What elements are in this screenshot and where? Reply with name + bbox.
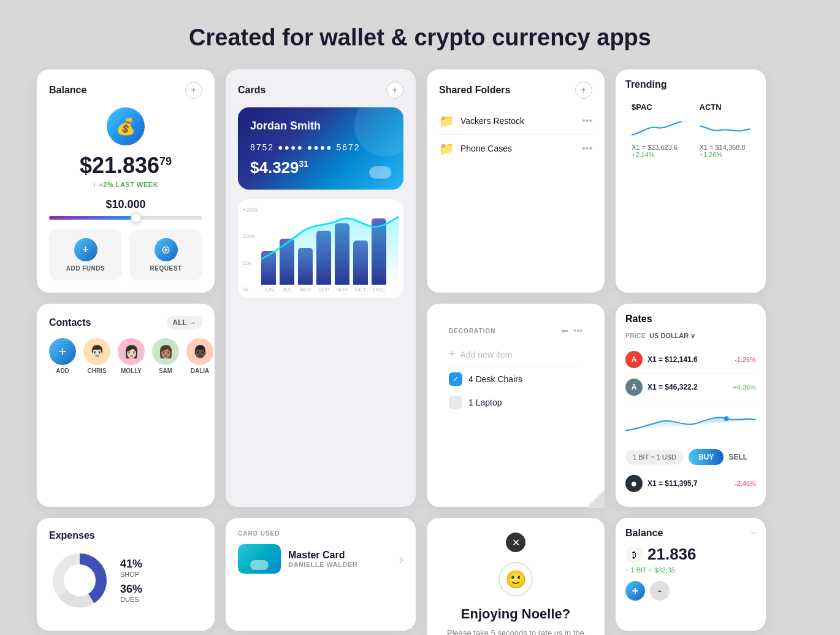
add-funds-icon: + (74, 238, 97, 261)
balance-add-button[interactable]: + (185, 82, 202, 99)
buy-sell-row: 1 BIT = 1 USD BUY SELL (625, 444, 756, 470)
contacts-row: + ADD 👨🏻 CHRIS 👩🏻 MOLLY 👩🏽 SAM 👨🏿 DALIA (49, 338, 202, 374)
btc-rate: ↑ 1 BIT = $32,35 (625, 566, 756, 574)
currency-select[interactable]: US DOLLAR ∨ (649, 332, 695, 340)
folders-title: Shared Folders (439, 85, 510, 96)
mastercard-visual (238, 544, 281, 574)
btc-icon: ₿ (625, 546, 643, 563)
balance-bottom-more-icon[interactable]: − (750, 528, 756, 539)
contacts-card: Contacts ALL → + ADD 👨🏻 CHRIS 👩🏻 MOLLY 👩… (37, 304, 215, 507)
balance-change: ↑ +2% LAST WEEK (49, 181, 202, 188)
add-contact-button[interactable]: + (49, 338, 76, 365)
bar-group-3: SEP (316, 231, 331, 293)
plus-minus-row: + - (625, 581, 756, 601)
credit-card: Jordan Smith 8752 ●●●● ●●●● 5672 $4.3293… (238, 107, 403, 190)
folder-icon-0: 📁 (439, 114, 454, 128)
shop-percent: 41% (120, 558, 142, 571)
folder-item-0[interactable]: 📁 Vackers Restock ••• (439, 107, 592, 135)
folder-dots-0[interactable]: ••• (582, 115, 592, 126)
minus-button[interactable]: - (650, 581, 670, 601)
bar-label-4: NOV (336, 287, 348, 293)
checkbox-1[interactable] (449, 396, 462, 409)
folders-card: Shared Folders + 📁 Vackers Restock ••• 📁… (427, 69, 605, 293)
decoration-back-icon[interactable]: ⬅ (561, 326, 568, 336)
bar-group-4: NOV (335, 223, 349, 293)
trending-card: Trending $PAC X1 = $23,623.6 +2.14% ACTN (616, 69, 766, 293)
decoration-header: DECORATION ⬅ ••• (449, 326, 582, 336)
card-info: Master Card DANIELLE WALDER (288, 550, 357, 568)
request-button[interactable]: ⊕ REQUEST (129, 229, 202, 280)
rate-value-2: X1 = $11,395,7 (647, 479, 735, 488)
trending-grid: $PAC X1 = $23,623.6 +2.14% ACTN X1 = $14… (625, 96, 756, 164)
card-used-row: Master Card DANIELLE WALDER › (238, 544, 403, 574)
contact-name-molly: MOLLY (121, 368, 142, 374)
contact-chris[interactable]: 👨🏻 CHRIS (83, 338, 110, 374)
dues-expense: 36% DUES (120, 583, 142, 603)
trend-item-0: $PAC X1 = $23,623.6 +2.14% (625, 96, 689, 164)
cards-header: Cards + (238, 82, 403, 99)
trend-chart-1 (700, 117, 750, 141)
check-item-0[interactable]: ✓ 4 Desk Chairs (449, 368, 582, 391)
card-used-label: CARD USED (238, 530, 403, 537)
decoration-label: DECORATION (449, 328, 495, 334)
contact-sam[interactable]: 👩🏽 SAM (152, 338, 179, 374)
contacts-title: Contacts (49, 317, 91, 328)
bar-label-3: SEP (318, 287, 329, 293)
checkbox-0[interactable]: ✓ (449, 372, 462, 386)
contact-add-label: ADD (56, 368, 69, 374)
trend-line-1 (700, 126, 750, 131)
card-type-name: Master Card (288, 550, 357, 561)
trending-title: Trending (625, 79, 756, 90)
contact-molly[interactable]: 👩🏻 MOLLY (118, 338, 145, 374)
rate-item-0: A X1 = $12,141.6 -1.26% (625, 346, 756, 374)
trend-price-0: X1 = $23,623.6 (632, 144, 682, 151)
request-icon: ⊕ (155, 238, 178, 261)
check-item-1[interactable]: 1 Laptop (449, 391, 582, 414)
page-title: Created for wallet & crypto currency app… (0, 0, 840, 69)
expenses-header: Expenses (49, 530, 202, 541)
sell-button[interactable]: SELL (728, 453, 747, 461)
card-used-info: Master Card DANIELLE WALDER (238, 544, 357, 574)
cards-title: Cards (238, 85, 265, 96)
contact-add[interactable]: + ADD (49, 338, 76, 374)
rate-value-0: X1 = $12,141.6 (647, 355, 735, 364)
decoration-content: DECORATION ⬅ ••• + Add new item ✓ 4 Desk… (439, 316, 592, 424)
smiley-icon: 🙂 (498, 562, 533, 596)
balance-bottom-title: Balance (625, 528, 663, 539)
add-funds-button[interactable]: + ADD FUNDS (49, 229, 122, 280)
add-item-row[interactable]: + Add new item (449, 342, 582, 368)
close-button[interactable]: ✕ (506, 533, 525, 552)
bar-label-1: JUL (282, 287, 292, 293)
decoration-more-icon[interactable]: ••• (573, 326, 582, 336)
decoration-card: DECORATION ⬅ ••• + Add new item ✓ 4 Desk… (427, 304, 605, 507)
balance-card: Balance + 💰 $21.83679 ↑ +2% LAST WEEK $1… (37, 69, 215, 293)
folder-dots-1[interactable]: ••• (582, 143, 592, 154)
folders-add-button[interactable]: + (575, 82, 592, 99)
expenses-card: Expenses 41% SHOP 36% DUES (37, 518, 215, 631)
contact-dalia[interactable]: 👨🏿 DALIA (186, 338, 213, 374)
check-label-0: 4 Desk Chairs (468, 374, 522, 384)
buy-button[interactable]: BUY (689, 449, 724, 465)
card-toggle[interactable] (369, 166, 391, 179)
folder-icon-1: 📁 (439, 141, 454, 156)
plus-button[interactable]: + (625, 581, 645, 601)
rate-avatar-2: ● (625, 475, 643, 492)
expenses-title: Expenses (49, 530, 95, 541)
slider-track[interactable] (49, 216, 202, 220)
card-chevron-icon[interactable]: › (399, 552, 403, 566)
dues-percent: 36% (120, 583, 142, 596)
slider-thumb[interactable] (131, 212, 142, 223)
rates-card: Rates PRICE US DOLLAR ∨ A X1 = $12,141.6… (616, 304, 766, 507)
contact-name-sam: SAM (159, 368, 172, 374)
rating-card: ✕ 🙂 Enjoying Noelle? Please take 5 secon… (427, 518, 605, 635)
folder-item-1[interactable]: 📁 Phone Cases ••• (439, 135, 592, 162)
bar-chart: +200k 100k 10k 0k JUN (243, 207, 399, 293)
rates-chart-dot (724, 416, 729, 421)
expenses-content: 41% SHOP 36% DUES (49, 550, 202, 611)
contacts-all-link[interactable]: ALL → (167, 316, 202, 329)
cards-add-button[interactable]: + (386, 82, 403, 99)
mastercard-toggle[interactable] (250, 560, 269, 570)
chart-area: +200k 100k 10k 0k JUN (238, 199, 403, 298)
bar-group-0: JUN (261, 251, 276, 293)
bar-2 (298, 248, 313, 285)
